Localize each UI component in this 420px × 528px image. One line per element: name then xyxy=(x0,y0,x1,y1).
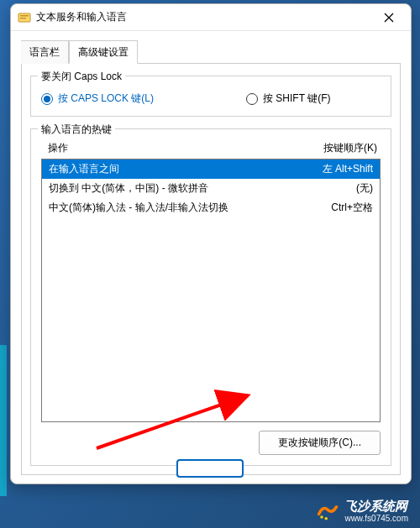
svg-point-7 xyxy=(325,517,328,520)
list-header: 操作 按键顺序(K) xyxy=(41,141,381,159)
hotkey-list[interactable]: 在输入语言之间 左 Alt+Shift 切换到 中文(简体，中国) - 微软拼音… xyxy=(41,159,381,422)
titlebar: 文本服务和输入语言 xyxy=(11,4,411,31)
app-icon xyxy=(18,11,31,24)
radio-label: 按 SHIFT 键(F) xyxy=(263,91,330,106)
svg-rect-1 xyxy=(20,15,29,17)
list-item[interactable]: 在输入语言之间 左 Alt+Shift xyxy=(42,159,380,179)
svg-rect-2 xyxy=(20,18,26,19)
list-key: (无) xyxy=(306,181,373,196)
header-action: 操作 xyxy=(48,141,323,155)
window-title: 文本服务和输入语言 xyxy=(36,10,374,24)
list-action: 切换到 中文(简体，中国) - 微软拼音 xyxy=(49,181,306,196)
tab-language-bar[interactable]: 语言栏 xyxy=(21,40,69,64)
list-item[interactable]: 中文(简体)输入法 - 输入法/非输入法切换 Ctrl+空格 xyxy=(42,198,380,217)
hotkey-group-title: 输入语言的热键 xyxy=(38,123,115,137)
background-button xyxy=(176,459,244,478)
radio-shift[interactable]: 按 SHIFT 键(F) xyxy=(246,91,330,106)
tab-strip: 语言栏 高级键设置 xyxy=(11,31,411,63)
dialog-window: 文本服务和输入语言 语言栏 高级键设置 要关闭 Caps Lock 按 CAPS… xyxy=(10,3,412,484)
watermark-url: www.fs0745.com xyxy=(344,514,408,523)
capslock-group: 要关闭 Caps Lock 按 CAPS LOCK 键(L) 按 SHIFT 键… xyxy=(30,76,391,117)
list-item[interactable]: 切换到 中文(简体，中国) - 微软拼音 (无) xyxy=(42,179,380,198)
watermark-title: 飞沙系统网 xyxy=(344,499,408,514)
list-key: 左 Alt+Shift xyxy=(306,162,373,176)
hotkey-group: 输入语言的热键 操作 按键顺序(K) 在输入语言之间 左 Alt+Shift 切… xyxy=(30,128,391,466)
header-key: 按键顺序(K) xyxy=(323,141,377,155)
radio-caps-lock[interactable]: 按 CAPS LOCK 键(L) xyxy=(41,91,154,106)
list-action: 中文(简体)输入法 - 输入法/非输入法切换 xyxy=(49,201,306,215)
tab-panel: 要关闭 Caps Lock 按 CAPS LOCK 键(L) 按 SHIFT 键… xyxy=(21,63,401,475)
close-icon xyxy=(384,13,394,23)
radio-label: 按 CAPS LOCK 键(L) xyxy=(58,91,154,106)
watermark-logo-icon xyxy=(316,499,339,523)
list-action: 在输入语言之间 xyxy=(49,162,306,176)
tab-advanced-keys[interactable]: 高级键设置 xyxy=(69,40,138,64)
capslock-group-title: 要关闭 Caps Lock xyxy=(38,70,125,84)
radio-icon xyxy=(246,93,258,105)
watermark: 飞沙系统网 www.fs0745.com xyxy=(316,499,408,523)
close-button[interactable] xyxy=(374,6,404,29)
radio-icon xyxy=(41,93,53,105)
svg-point-6 xyxy=(321,515,324,519)
change-key-sequence-button[interactable]: 更改按键顺序(C)... xyxy=(259,431,381,455)
list-key: Ctrl+空格 xyxy=(306,201,373,215)
